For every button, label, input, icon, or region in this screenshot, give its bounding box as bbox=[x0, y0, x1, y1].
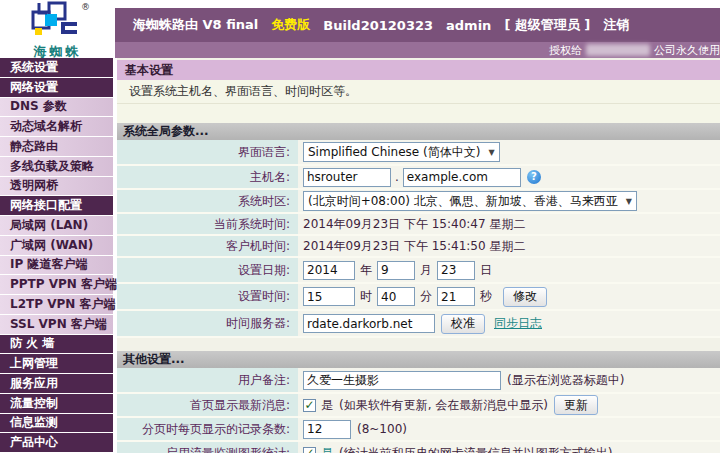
set-time-label: 设置时间: bbox=[117, 284, 298, 309]
set-date-label: 设置日期: bbox=[117, 258, 298, 282]
page-records-label: 分页时每页显示的记录条数: bbox=[117, 418, 298, 440]
router-admin-page: ® 海蜘蛛 海蜘蛛路由 V8 final 免费版 Build20120323 a… bbox=[0, 0, 720, 453]
timezone-select-value: (北京时间+08:00) 北京、佩思、新加坡、香港、马来西亚 bbox=[308, 193, 618, 210]
show-news-hint: (如果软件有更新, 会在最新消息中显示) bbox=[339, 397, 548, 414]
sidebar-item-load-balance[interactable]: 多线负载及策略 bbox=[0, 157, 113, 177]
sidebar-item-ddns[interactable]: 动态域名解析 bbox=[0, 117, 113, 137]
form-row-time-server: 时间服务器: 校准 同步日志 bbox=[117, 311, 720, 338]
form-row-set-date: 设置日期: 年 月 日 bbox=[117, 258, 720, 284]
domain-input[interactable] bbox=[403, 168, 521, 187]
sidebar-item-interface-config[interactable]: 网络接口配置 bbox=[0, 196, 113, 216]
traffic-graph-hint: (统计当前和历史的网卡流量信息并以图形方式输出) bbox=[339, 445, 612, 453]
sidebar-item-firewall[interactable]: 防 火 墙 bbox=[0, 335, 113, 355]
time-server-label: 时间服务器: bbox=[117, 311, 298, 336]
sidebar-item-l2tp-vpn[interactable]: L2TP VPN 客户端 bbox=[0, 295, 113, 315]
sidebar-item-dns-params[interactable]: DNS 参数 bbox=[0, 98, 113, 118]
page-records-input[interactable] bbox=[303, 420, 351, 439]
logo: ® 海蜘蛛 bbox=[0, 0, 115, 58]
user-note-hint: (显示在浏览器标题中) bbox=[507, 372, 624, 389]
day-input[interactable] bbox=[437, 261, 475, 280]
hostname-label: 主机名: bbox=[117, 166, 298, 188]
license-suffix: 公司永久使用 bbox=[654, 43, 720, 58]
sidebar-item-wan[interactable]: 广域网 (WAN) bbox=[0, 236, 113, 256]
minute-unit: 分 bbox=[420, 288, 432, 305]
main-content: 基本设置 设置系统主机名、界面语言、时间时区等。 系统全局参数... 界面语言:… bbox=[117, 58, 720, 453]
form-row-timezone: 系统时区: (北京时间+08:00) 北京、佩思、新加坡、香港、马来西亚 bbox=[117, 190, 720, 214]
user-note-input[interactable] bbox=[303, 371, 501, 390]
chevron-down-icon bbox=[626, 197, 632, 206]
year-unit: 年 bbox=[360, 262, 372, 279]
title-bar: 海蜘蛛路由 V8 final 免费版 Build20120323 admin [… bbox=[115, 8, 720, 42]
license-bar: 授权给 公司永久使用 bbox=[115, 42, 720, 58]
language-select-value: Simplified Chinese (简体中文) bbox=[308, 144, 480, 161]
edition-badge: 免费版 bbox=[271, 16, 310, 34]
timezone-select[interactable]: (北京时间+08:00) 北京、佩思、新加坡、香港、马来西亚 bbox=[303, 191, 637, 211]
logged-in-user: admin bbox=[446, 18, 491, 33]
product-title: 海蜘蛛路由 V8 final bbox=[133, 16, 258, 34]
form-row-traffic-graph: 启用流量监测图形统计: 是 (统计当前和历史的网卡流量信息并以图形方式输出) bbox=[117, 442, 720, 453]
sidebar-item-ssl-vpn[interactable]: SSL VPN 客户端 bbox=[0, 315, 113, 335]
sidebar-item-transparent-bridge[interactable]: 透明网桥 bbox=[0, 177, 113, 197]
help-icon[interactable] bbox=[527, 170, 541, 184]
time-server-input[interactable] bbox=[303, 314, 435, 333]
logout-link[interactable]: 注销 bbox=[603, 16, 629, 34]
form-row-show-news: 首页显示最新消息: 是 (如果软件有更新, 会在最新消息中显示) 更新 bbox=[117, 394, 720, 418]
user-note-label: 用户备注: bbox=[117, 368, 298, 392]
hour-input[interactable] bbox=[303, 287, 355, 306]
sidebar-item-monitoring[interactable]: 信息监测 bbox=[0, 414, 113, 434]
update-button[interactable]: 更新 bbox=[554, 395, 598, 415]
month-unit: 月 bbox=[420, 262, 432, 279]
svg-text:®: ® bbox=[81, 2, 90, 12]
section-global-params: 系统全局参数... bbox=[117, 123, 720, 140]
hostname-dot: . bbox=[395, 170, 399, 184]
language-label: 界面语言: bbox=[117, 140, 298, 164]
form-row-language: 界面语言: Simplified Chinese (简体中文) bbox=[117, 140, 720, 166]
sidebar-item-lan[interactable]: 局域网 (LAN) bbox=[0, 216, 113, 236]
page-title: 基本设置 bbox=[117, 60, 720, 80]
form-row-system-time: 当前系统时间: 2014年09月23日 下午 15:40:47 星期二 bbox=[117, 214, 720, 236]
user-role: [ 超级管理员 ] bbox=[504, 16, 590, 34]
spacer bbox=[117, 338, 720, 351]
calibrate-button[interactable]: 校准 bbox=[441, 314, 485, 334]
show-news-checkbox[interactable] bbox=[303, 399, 316, 412]
section-other-settings: 其他设置... bbox=[117, 351, 720, 368]
form-row-client-time: 客户机时间: 2014年09月23日 下午 15:41:50 星期二 bbox=[117, 236, 720, 258]
system-time-label: 当前系统时间: bbox=[117, 214, 298, 234]
day-unit: 日 bbox=[480, 262, 492, 279]
client-time-value: 2014年09月23日 下午 15:41:50 星期二 bbox=[298, 236, 720, 256]
sidebar-item-services[interactable]: 服务应用 bbox=[0, 374, 113, 394]
sidebar-item-product-center[interactable]: 产品中心 bbox=[0, 433, 113, 453]
chevron-down-icon bbox=[488, 148, 494, 157]
spacer bbox=[117, 104, 720, 123]
sidebar-item-static-route[interactable]: 静态路由 bbox=[0, 137, 113, 157]
sidebar-item-pptp-vpn[interactable]: PPTP VPN 客户端 bbox=[0, 275, 113, 295]
year-input[interactable] bbox=[303, 261, 355, 280]
modify-button[interactable]: 修改 bbox=[503, 287, 547, 307]
page-description: 设置系统主机名、界面语言、时间时区等。 bbox=[117, 80, 720, 104]
traffic-graph-label: 启用流量监测图形统计: bbox=[117, 442, 298, 453]
hour-unit: 时 bbox=[360, 288, 372, 305]
form-row-set-time: 设置时间: 时 分 秒 修改 bbox=[117, 284, 720, 311]
sidebar-item-traffic-control[interactable]: 流量控制 bbox=[0, 394, 113, 414]
second-input[interactable] bbox=[437, 287, 475, 306]
sidebar-item-internet-mgmt[interactable]: 上网管理 bbox=[0, 354, 113, 374]
system-time-value: 2014年09月23日 下午 15:40:47 星期二 bbox=[298, 214, 720, 234]
minute-input[interactable] bbox=[377, 287, 415, 306]
license-name-redacted bbox=[586, 44, 650, 56]
month-input[interactable] bbox=[377, 261, 415, 280]
sidebar-item-ip-tunnel[interactable]: IP 隧道客户端 bbox=[0, 256, 113, 276]
traffic-graph-checkbox[interactable] bbox=[303, 447, 316, 453]
second-unit: 秒 bbox=[480, 288, 492, 305]
language-select[interactable]: Simplified Chinese (简体中文) bbox=[303, 142, 500, 162]
sidebar-item-network-settings[interactable]: 网络设置 bbox=[0, 78, 113, 98]
client-time-label: 客户机时间: bbox=[117, 236, 298, 256]
sidebar-item-system-settings[interactable]: 系统设置 bbox=[0, 58, 113, 78]
form-row-page-records: 分页时每页显示的记录条数: (8~100) bbox=[117, 418, 720, 442]
sync-log-link[interactable]: 同步日志 bbox=[494, 315, 542, 332]
hostname-input[interactable] bbox=[303, 168, 391, 187]
spider-logo-icon: ® bbox=[19, 0, 97, 42]
traffic-graph-yes-link[interactable]: 是 bbox=[321, 445, 333, 453]
form-row-user-note: 用户备注: (显示在浏览器标题中) bbox=[117, 368, 720, 394]
show-news-label: 首页显示最新消息: bbox=[117, 394, 298, 416]
page-records-hint: (8~100) bbox=[357, 422, 407, 436]
